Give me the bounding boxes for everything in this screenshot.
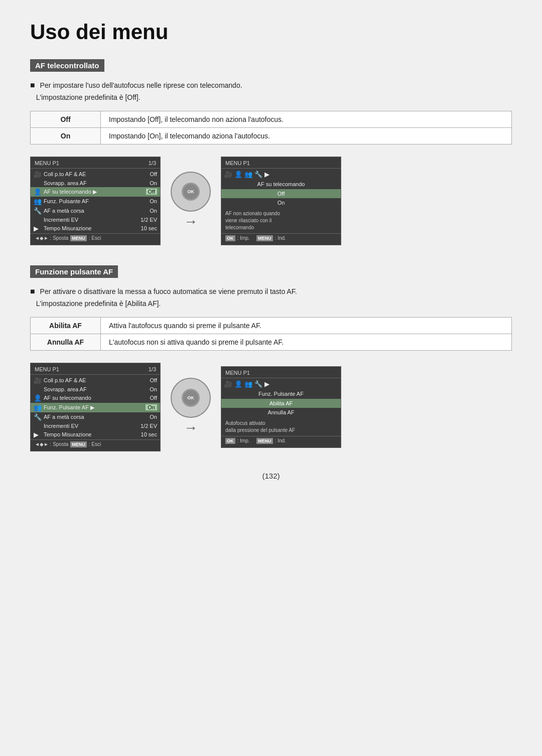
submenu-option-abilita-2[interactable]: Abilita AF: [221, 399, 341, 408]
menu-label: Sovrapp. area AF: [44, 180, 150, 186]
menu-btn-right-1: MENU: [256, 235, 273, 241]
menu-value: On: [150, 208, 157, 214]
menu-row: ▶ Tempo Misurazione 10 sec: [31, 430, 160, 439]
submenu-title-2: Funz. Pulsante AF: [221, 389, 341, 399]
menu-value-highlighted: Off: [146, 189, 157, 195]
menu-row: 🔧 AF a metà corsa On: [31, 206, 160, 216]
ok-btn-1: OK: [225, 235, 235, 241]
option-on: On: [31, 127, 101, 144]
menu-label: Funz. Pulsante AF: [44, 198, 150, 204]
table-row: On Impostando [On], il telecomando azion…: [31, 127, 512, 144]
menu-row: Incrementi EV 1/2 EV: [31, 422, 160, 430]
menu-label: AF a metà corsa: [44, 208, 150, 214]
section1-desc-line2: L'impostazione predefinita è [Off].: [36, 93, 141, 101]
menu-header-right-2: MENU P1: [221, 369, 341, 378]
menu-label: Coll p.to AF & AE: [44, 377, 150, 383]
menu-value: On: [150, 180, 157, 186]
camera-lens-inner-1: OK: [186, 187, 195, 196]
play-icon-r1: ▶: [264, 171, 275, 178]
footer-esci-1: : Esci: [89, 235, 101, 241]
menu-row: 👤 AF su telecomando Off: [31, 393, 160, 403]
footer-text-1: ◄◆► : Sposta: [35, 235, 68, 241]
table-row: Abilita AF Attiva l'autofocus quando si …: [31, 317, 512, 334]
menu-row: Sovrapp. area AF On: [31, 179, 160, 187]
person2-icon-r2: 👥: [244, 380, 254, 388]
ok-button-1: OK: [185, 186, 196, 197]
menu-label: AF a metà corsa: [44, 414, 150, 420]
person1-icon-2: 👤: [34, 394, 44, 402]
footer-imp-2: : Imp.: [237, 438, 250, 443]
play-icon-2: ▶: [34, 431, 44, 438]
menu-value: On: [150, 386, 157, 392]
menu-label: Funz. Pulsante AF ▶: [44, 404, 146, 411]
submenu-option-on-1[interactable]: On: [221, 198, 341, 207]
menu-value: 10 sec: [141, 431, 157, 437]
section2-table: Abilita AF Attiva l'autofocus quando si …: [30, 317, 512, 351]
camera-dial-2: OK: [171, 378, 211, 418]
menu-footer-right-1: OK : Imp. MENU : Ind.: [221, 233, 341, 243]
arrow-camera-1: OK →: [171, 172, 211, 230]
menu-row: Sovrapp. area AF On: [31, 385, 160, 393]
menu-label: AF su telecomando ▶: [44, 189, 146, 195]
menu-row-highlighted-2: 👥 Funz. Pulsante AF ▶ On: [31, 403, 160, 412]
footer-ind-1: : Ind.: [275, 235, 286, 241]
person2-icon-r1: 👥: [244, 171, 254, 178]
menu-row: 🎥 Coll p.to AF & AE Off: [31, 170, 160, 179]
section1-title: AF telecontrollato: [30, 59, 104, 72]
desc-off: Impostando [Off], il telecomando non azi…: [101, 111, 512, 127]
menu-row-highlighted: 👤 AF su telecomando ▶ Off: [31, 187, 160, 197]
menu-row: 🎥 Coll p.to AF & AE Off: [31, 376, 160, 385]
menu-panel-right-2: MENU P1 🎥 👤 👥 🔧 ▶ Funz. Pulsante AF Abil…: [221, 366, 341, 448]
camera-icon-r2: 🎥: [224, 380, 234, 388]
camera-lens-2: OK: [182, 389, 200, 407]
option-off: Off: [31, 111, 101, 127]
footer-imp-1: : Imp.: [237, 235, 250, 241]
menu-footer-2: ◄◆► : Sposta MENU : Esci: [31, 439, 160, 449]
play-icon-r2: ▶: [264, 380, 275, 388]
menu-row-icons-2: 🎥 👤 👥 🔧 ▶: [221, 379, 341, 389]
section-funzione-pulsante-af: Funzione pulsante AF ■ Per attivare o di…: [30, 265, 512, 451]
submenu-option-off-1[interactable]: Off: [221, 189, 341, 198]
submenu-option-annulla-2[interactable]: Annulla AF: [221, 408, 341, 417]
menu-header-1: MENU P1 1/3: [31, 159, 160, 169]
menu-label: Sovrapp. area AF: [44, 386, 150, 392]
section1-description: ■ Per impostare l'uso dell'autofocus nel…: [30, 79, 512, 103]
menu-value: 10 sec: [141, 225, 157, 231]
menu-value: Off: [150, 395, 157, 401]
menu-page-2: 1/3: [149, 366, 156, 372]
camera-icon-r1: 🎥: [224, 171, 234, 178]
menu-label: Tempo Misurazione: [44, 431, 141, 437]
menu-title-right-1: MENU P1: [225, 160, 250, 166]
desc-on: Impostando [On], il telecomando aziona l…: [101, 127, 512, 144]
footer-ind-2: : Ind.: [275, 438, 286, 443]
menu-value: 1/2 EV: [141, 217, 157, 223]
desc-annulla: L'autofocus non si attiva quando si prem…: [101, 334, 512, 350]
person1-icon-r2: 👤: [234, 380, 244, 388]
menu-panel-left-2: MENU P1 1/3 🎥 Coll p.to AF & AE Off Sovr…: [30, 363, 161, 451]
menu-title-1: MENU P1: [35, 160, 59, 166]
section1-desc-line1: Per impostare l'uso dell'autofocus nelle…: [40, 81, 242, 89]
submenu-desc-1: AF non azionato quandoviene rilasciato c…: [221, 207, 341, 233]
menu-header-2: MENU P1 1/3: [31, 365, 160, 375]
section-af-telecontrollato: AF telecontrollato ■ Per impostare l'uso…: [30, 59, 512, 245]
menu-row: 👥 Funz. Pulsante AF On: [31, 197, 160, 206]
menu-btn-2: MENU: [70, 441, 87, 447]
menu-value-highlighted-2: On: [146, 404, 157, 410]
menu-title-2: MENU P1: [35, 366, 59, 372]
menu-header-right-1: MENU P1: [221, 159, 341, 169]
menu-label: Tempo Misurazione: [44, 225, 141, 231]
menu-panel-right-1: MENU P1 🎥 👤 👥 🔧 ▶ AF su telecomando Off …: [221, 157, 341, 245]
submenu-desc-2: Autofocus attivatodalla pressione del pu…: [221, 417, 341, 436]
menu-page-1: 1/3: [149, 160, 156, 166]
footer-text-2: ◄◆► : Sposta: [35, 441, 68, 447]
person1-icon: 👤: [34, 188, 44, 196]
play-icon: ▶: [34, 225, 44, 232]
menu-value: Off: [150, 377, 157, 383]
menu-btn-1: MENU: [70, 235, 87, 241]
section2-panels: MENU P1 1/3 🎥 Coll p.to AF & AE Off Sovr…: [30, 363, 512, 451]
menu-label: AF su telecomando: [44, 395, 150, 401]
right-arrow-2: →: [184, 420, 198, 436]
section2-desc-line2: L'impostazione predefinita è [Abilita AF…: [36, 299, 161, 308]
menu-title-right-2: MENU P1: [225, 370, 250, 376]
camera-icon-2: 🎥: [34, 377, 44, 384]
